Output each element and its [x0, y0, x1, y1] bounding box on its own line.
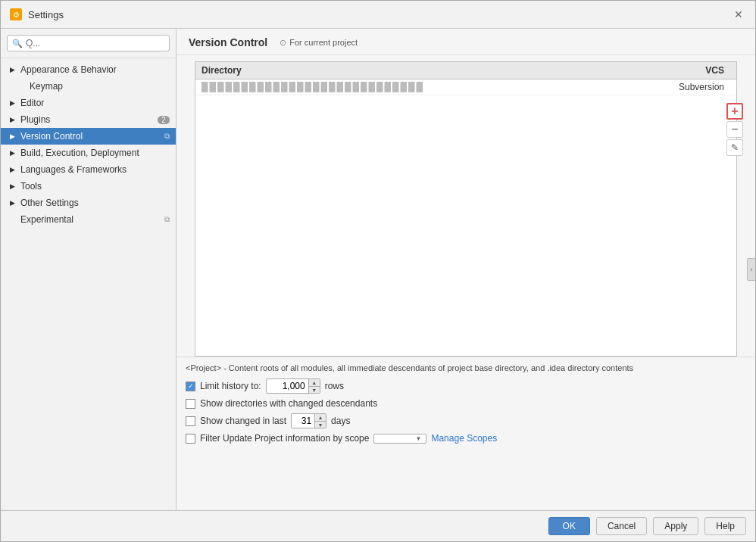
spin-up-button[interactable]: ▲	[309, 379, 320, 386]
scope-dropdown[interactable]: ▼	[373, 434, 426, 444]
help-button[interactable]: Help	[704, 517, 746, 535]
title-bar: ⚙ Settings ✕	[1, 1, 755, 29]
limit-history-input[interactable]	[267, 380, 308, 392]
table-empty-area	[195, 95, 736, 345]
show-dirs-label: Show directories with changed descendant…	[200, 398, 377, 409]
remove-vcs-button[interactable]: −	[726, 121, 743, 138]
sidebar-item-label: Other Settings	[20, 198, 170, 208]
limit-history-row: Limit history to: ▲ ▼ rows	[186, 378, 746, 394]
show-changed-spinners: ▲ ▼	[314, 414, 326, 428]
show-changed-row: Show changed in last ▲ ▼ days	[186, 413, 746, 428]
limit-history-suffix: rows	[325, 381, 344, 391]
bottom-settings: <Project> - Content roots of all modules…	[177, 357, 755, 454]
settings-dialog: ⚙ Settings ✕ 🔍 ▶ Appearance & Behavior	[0, 0, 756, 542]
add-vcs-button[interactable]: +	[726, 103, 743, 120]
search-wrap[interactable]: 🔍	[7, 35, 170, 51]
arrow-icon: ▶	[10, 199, 17, 207]
col-directory: Directory	[201, 65, 654, 76]
table-action-buttons: + − ✎	[723, 103, 746, 156]
sidebar-item-label: Tools	[20, 181, 170, 192]
filter-update-checkbox[interactable]	[186, 434, 195, 444]
arrow-icon: ▶	[10, 99, 17, 107]
copy-icon: ⧉	[164, 132, 170, 141]
sidebar: 🔍 ▶ Appearance & Behavior Keymap ▶	[1, 29, 177, 510]
settings-icon: ⚙	[10, 8, 22, 20]
sidebar-item-label: Experimental	[20, 214, 161, 225]
edit-vcs-button[interactable]: ✎	[726, 139, 743, 156]
arrow-icon: ▶	[10, 116, 17, 123]
show-changed-input-wrap: ▲ ▼	[291, 413, 326, 428]
for-project-label: For current project	[289, 38, 358, 47]
project-icon: ⊙	[280, 38, 286, 48]
arrow-icon: ▶	[10, 132, 17, 140]
dialog-title: Settings	[28, 9, 64, 20]
sidebar-item-label: Appearance & Behavior	[20, 64, 170, 75]
show-changed-input[interactable]	[292, 415, 314, 427]
cell-vcs: Subversion	[654, 82, 730, 92]
arrow-icon: ▶	[10, 182, 17, 190]
main-content: 🔍 ▶ Appearance & Behavior Keymap ▶	[1, 29, 755, 510]
filter-update-label: Filter Update Project information by sco…	[200, 433, 369, 444]
filter-update-row: Filter Update Project information by sco…	[186, 433, 746, 444]
copy-icon: ⧉	[164, 215, 170, 224]
show-changed-label: Show changed in last	[200, 416, 286, 426]
sidebar-item-label: Languages & Frameworks	[20, 164, 170, 175]
dropdown-arrow-icon: ▼	[416, 435, 422, 442]
panel-title: Version Control	[189, 36, 267, 48]
panel-header: Version Control ⊙ For current project	[177, 29, 755, 55]
panel-inner: Directory VCS ██████████████████████████…	[177, 55, 755, 510]
vcs-table: Directory VCS ██████████████████████████…	[195, 61, 737, 357]
sidebar-item-plugins[interactable]: ▶ Plugins 2	[1, 111, 176, 128]
sidebar-item-keymap[interactable]: Keymap	[1, 78, 176, 95]
sidebar-item-label: Keymap	[30, 81, 170, 92]
footer-bar: OK Cancel Apply Help	[1, 510, 755, 541]
limit-history-input-wrap: ▲ ▼	[266, 378, 320, 394]
for-project-link[interactable]: ⊙ For current project	[280, 38, 358, 48]
limit-history-checkbox[interactable]	[186, 382, 195, 391]
sidebar-item-label: Editor	[20, 98, 170, 108]
table-container: Directory VCS ██████████████████████████…	[186, 61, 746, 357]
sidebar-item-tools[interactable]: ▶ Tools	[1, 178, 176, 195]
spin-up-button[interactable]: ▲	[315, 414, 326, 421]
cancel-button[interactable]: Cancel	[596, 517, 647, 535]
arrow-icon: ▶	[10, 166, 17, 173]
sidebar-item-version-control[interactable]: ▶ Version Control ⧉	[1, 128, 176, 145]
search-icon: 🔍	[12, 39, 23, 48]
sidebar-item-build[interactable]: ▶ Build, Execution, Deployment	[1, 145, 176, 161]
sidebar-item-experimental[interactable]: Experimental ⧉	[1, 211, 176, 228]
sidebar-item-languages[interactable]: ▶ Languages & Frameworks	[1, 161, 176, 178]
search-box: 🔍	[1, 29, 176, 58]
plugins-badge: 2	[158, 116, 170, 124]
show-dirs-checkbox[interactable]	[186, 399, 195, 409]
apply-button[interactable]: Apply	[653, 517, 698, 535]
sidebar-item-editor[interactable]: ▶ Editor	[1, 95, 176, 111]
ok-button[interactable]: OK	[548, 517, 590, 535]
sidebar-item-label: Plugins	[20, 114, 155, 125]
limit-history-spinners: ▲ ▼	[308, 379, 320, 393]
sidebar-item-other-settings[interactable]: ▶ Other Settings	[1, 195, 176, 211]
limit-history-label: Limit history to:	[200, 381, 261, 391]
nav-tree: ▶ Appearance & Behavior Keymap ▶ Editor …	[1, 58, 176, 510]
arrow-icon: ▶	[10, 66, 17, 73]
col-vcs: VCS	[654, 65, 730, 76]
show-changed-checkbox[interactable]	[186, 416, 195, 426]
table-row[interactable]: ████████████████████████████ Subversion	[195, 79, 736, 95]
sidebar-item-label: Version Control	[20, 131, 161, 142]
show-changed-suffix: days	[331, 416, 350, 426]
table-header: Directory VCS	[195, 62, 736, 79]
sidebar-item-label: Build, Execution, Deployment	[20, 148, 170, 158]
spin-down-button[interactable]: ▼	[309, 386, 320, 393]
side-expander[interactable]: ›	[747, 258, 755, 281]
right-panel: Version Control ⊙ For current project Di…	[177, 29, 755, 510]
arrow-icon: ▶	[10, 149, 17, 157]
project-note: <Project> - Content roots of all modules…	[186, 363, 746, 372]
manage-scopes-link[interactable]: Manage Scopes	[431, 433, 497, 444]
cell-directory: ████████████████████████████	[201, 82, 654, 92]
sidebar-item-appearance[interactable]: ▶ Appearance & Behavior	[1, 61, 176, 78]
close-button[interactable]: ✕	[731, 7, 746, 22]
show-dirs-row: Show directories with changed descendant…	[186, 398, 746, 409]
search-input[interactable]	[26, 38, 164, 48]
title-bar-left: ⚙ Settings	[10, 8, 64, 20]
spin-down-button[interactable]: ▼	[315, 421, 326, 428]
